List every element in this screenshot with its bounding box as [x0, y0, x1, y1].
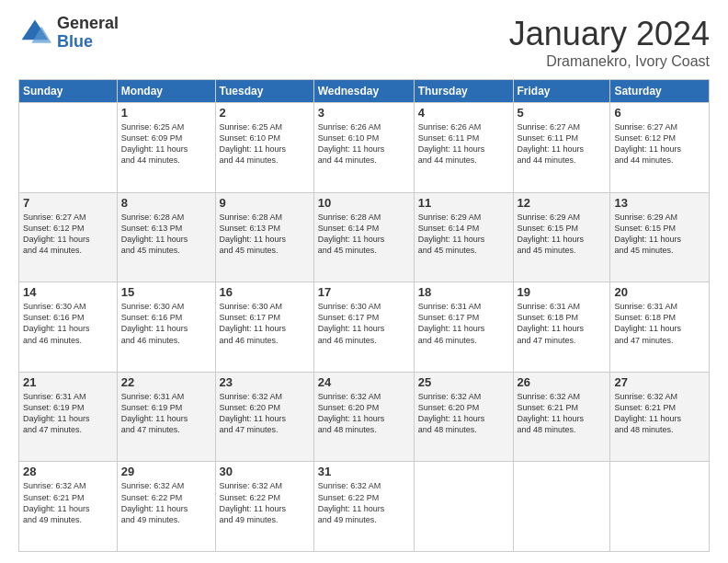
- day-number: 28: [23, 465, 113, 478]
- logo-icon: [18, 17, 51, 50]
- day-info: Sunrise: 6:32 AMSunset: 6:22 PMDaylight:…: [220, 480, 310, 525]
- day-info: Sunrise: 6:28 AMSunset: 6:13 PMDaylight:…: [121, 212, 211, 257]
- day-cell: 17Sunrise: 6:30 AMSunset: 6:17 PMDayligh…: [313, 282, 414, 373]
- week-row-5: 28Sunrise: 6:32 AMSunset: 6:21 PMDayligh…: [19, 462, 710, 552]
- day-cell: 16Sunrise: 6:30 AMSunset: 6:17 PMDayligh…: [215, 282, 313, 373]
- day-number: 18: [418, 285, 509, 299]
- header-cell-saturday: Saturday: [610, 80, 710, 103]
- day-cell: 7Sunrise: 6:27 AMSunset: 6:12 PMDaylight…: [19, 192, 118, 282]
- day-number: 13: [614, 196, 705, 210]
- day-number: 7: [23, 196, 113, 210]
- header-row: SundayMondayTuesdayWednesdayThursdayFrid…: [19, 80, 710, 103]
- day-number: 12: [518, 196, 607, 210]
- day-cell: 26Sunrise: 6:32 AMSunset: 6:21 PMDayligh…: [513, 372, 610, 462]
- day-cell: 1Sunrise: 6:25 AMSunset: 6:09 PMDaylight…: [117, 103, 215, 193]
- day-cell: 20Sunrise: 6:31 AMSunset: 6:18 PMDayligh…: [610, 282, 710, 373]
- header-cell-friday: Friday: [513, 80, 610, 103]
- day-info: Sunrise: 6:30 AMSunset: 6:17 PMDaylight:…: [220, 301, 310, 346]
- calendar-body: 1Sunrise: 6:25 AMSunset: 6:09 PMDaylight…: [19, 103, 710, 552]
- day-number: 30: [220, 465, 310, 478]
- day-cell: 27Sunrise: 6:32 AMSunset: 6:21 PMDayligh…: [610, 372, 710, 462]
- day-cell: [414, 462, 513, 552]
- logo-text: General Blue: [57, 15, 119, 52]
- day-number: 22: [121, 375, 211, 389]
- day-cell: 13Sunrise: 6:29 AMSunset: 6:15 PMDayligh…: [610, 192, 710, 282]
- day-info: Sunrise: 6:28 AMSunset: 6:13 PMDaylight:…: [220, 212, 310, 257]
- day-number: 4: [418, 106, 509, 120]
- day-number: 16: [220, 285, 310, 299]
- day-number: 14: [23, 285, 113, 299]
- day-number: 1: [121, 106, 211, 120]
- day-number: 26: [518, 375, 607, 389]
- header-cell-tuesday: Tuesday: [215, 80, 313, 103]
- day-number: 2: [220, 106, 310, 120]
- day-cell: 25Sunrise: 6:32 AMSunset: 6:20 PMDayligh…: [414, 372, 513, 462]
- day-cell: 4Sunrise: 6:26 AMSunset: 6:11 PMDaylight…: [414, 103, 513, 193]
- day-cell: 5Sunrise: 6:27 AMSunset: 6:11 PMDaylight…: [513, 103, 610, 193]
- day-info: Sunrise: 6:30 AMSunset: 6:17 PMDaylight:…: [318, 301, 410, 346]
- day-cell: [610, 462, 710, 552]
- day-info: Sunrise: 6:32 AMSunset: 6:21 PMDaylight:…: [614, 391, 705, 436]
- day-info: Sunrise: 6:29 AMSunset: 6:15 PMDaylight:…: [518, 212, 607, 257]
- week-row-2: 7Sunrise: 6:27 AMSunset: 6:12 PMDaylight…: [19, 192, 710, 282]
- day-number: 25: [418, 375, 509, 389]
- day-info: Sunrise: 6:32 AMSunset: 6:20 PMDaylight:…: [418, 391, 509, 436]
- day-info: Sunrise: 6:29 AMSunset: 6:15 PMDaylight:…: [614, 212, 705, 257]
- day-number: 20: [614, 285, 705, 299]
- day-cell: 14Sunrise: 6:30 AMSunset: 6:16 PMDayligh…: [19, 282, 118, 373]
- day-info: Sunrise: 6:32 AMSunset: 6:20 PMDaylight:…: [220, 391, 310, 436]
- day-info: Sunrise: 6:32 AMSunset: 6:21 PMDaylight:…: [518, 391, 607, 436]
- day-info: Sunrise: 6:25 AMSunset: 6:09 PMDaylight:…: [121, 121, 211, 167]
- day-info: Sunrise: 6:32 AMSunset: 6:21 PMDaylight:…: [23, 480, 113, 525]
- day-info: Sunrise: 6:31 AMSunset: 6:18 PMDaylight:…: [518, 301, 607, 346]
- day-number: 31: [318, 465, 410, 478]
- day-info: Sunrise: 6:31 AMSunset: 6:19 PMDaylight:…: [23, 391, 113, 436]
- day-number: 21: [23, 375, 113, 389]
- day-cell: [19, 103, 118, 193]
- logo-blue: Blue: [57, 33, 119, 52]
- day-number: 24: [318, 375, 410, 389]
- day-number: 29: [121, 465, 211, 478]
- day-cell: 10Sunrise: 6:28 AMSunset: 6:14 PMDayligh…: [313, 192, 414, 282]
- day-info: Sunrise: 6:25 AMSunset: 6:10 PMDaylight:…: [220, 121, 310, 167]
- day-cell: [513, 462, 610, 552]
- day-info: Sunrise: 6:32 AMSunset: 6:22 PMDaylight:…: [318, 480, 410, 525]
- week-row-3: 14Sunrise: 6:30 AMSunset: 6:16 PMDayligh…: [19, 282, 710, 373]
- logo: General Blue: [18, 15, 119, 52]
- day-info: Sunrise: 6:27 AMSunset: 6:11 PMDaylight:…: [518, 121, 607, 167]
- day-cell: 9Sunrise: 6:28 AMSunset: 6:13 PMDaylight…: [215, 192, 313, 282]
- header-cell-thursday: Thursday: [414, 80, 513, 103]
- day-number: 5: [518, 106, 607, 120]
- day-cell: 6Sunrise: 6:27 AMSunset: 6:12 PMDaylight…: [610, 103, 710, 193]
- day-cell: 11Sunrise: 6:29 AMSunset: 6:14 PMDayligh…: [414, 192, 513, 282]
- day-cell: 18Sunrise: 6:31 AMSunset: 6:17 PMDayligh…: [414, 282, 513, 373]
- page: General Blue January 2024 Dramanekro, Iv…: [0, 0, 728, 563]
- day-number: 8: [121, 196, 211, 210]
- day-number: 10: [318, 196, 410, 210]
- header: General Blue January 2024 Dramanekro, Iv…: [18, 15, 710, 70]
- day-cell: 3Sunrise: 6:26 AMSunset: 6:10 PMDaylight…: [313, 103, 414, 193]
- day-cell: 2Sunrise: 6:25 AMSunset: 6:10 PMDaylight…: [215, 103, 313, 193]
- day-number: 19: [518, 285, 607, 299]
- day-info: Sunrise: 6:26 AMSunset: 6:11 PMDaylight:…: [418, 121, 509, 167]
- week-row-4: 21Sunrise: 6:31 AMSunset: 6:19 PMDayligh…: [19, 372, 710, 462]
- calendar-table: SundayMondayTuesdayWednesdayThursdayFrid…: [18, 79, 710, 552]
- day-cell: 29Sunrise: 6:32 AMSunset: 6:22 PMDayligh…: [117, 462, 215, 552]
- day-cell: 21Sunrise: 6:31 AMSunset: 6:19 PMDayligh…: [19, 372, 118, 462]
- day-cell: 8Sunrise: 6:28 AMSunset: 6:13 PMDaylight…: [117, 192, 215, 282]
- day-number: 15: [121, 285, 211, 299]
- day-info: Sunrise: 6:32 AMSunset: 6:22 PMDaylight:…: [121, 480, 211, 525]
- header-cell-monday: Monday: [117, 80, 215, 103]
- day-cell: 31Sunrise: 6:32 AMSunset: 6:22 PMDayligh…: [313, 462, 414, 552]
- day-info: Sunrise: 6:31 AMSunset: 6:19 PMDaylight:…: [121, 391, 211, 436]
- day-cell: 22Sunrise: 6:31 AMSunset: 6:19 PMDayligh…: [117, 372, 215, 462]
- title-block: January 2024 Dramanekro, Ivory Coast: [509, 15, 710, 70]
- day-number: 11: [418, 196, 509, 210]
- day-cell: 30Sunrise: 6:32 AMSunset: 6:22 PMDayligh…: [215, 462, 313, 552]
- day-number: 9: [220, 196, 310, 210]
- day-cell: 23Sunrise: 6:32 AMSunset: 6:20 PMDayligh…: [215, 372, 313, 462]
- day-cell: 12Sunrise: 6:29 AMSunset: 6:15 PMDayligh…: [513, 192, 610, 282]
- calendar-header: SundayMondayTuesdayWednesdayThursdayFrid…: [19, 80, 710, 103]
- day-info: Sunrise: 6:27 AMSunset: 6:12 PMDaylight:…: [614, 121, 705, 167]
- day-cell: 24Sunrise: 6:32 AMSunset: 6:20 PMDayligh…: [313, 372, 414, 462]
